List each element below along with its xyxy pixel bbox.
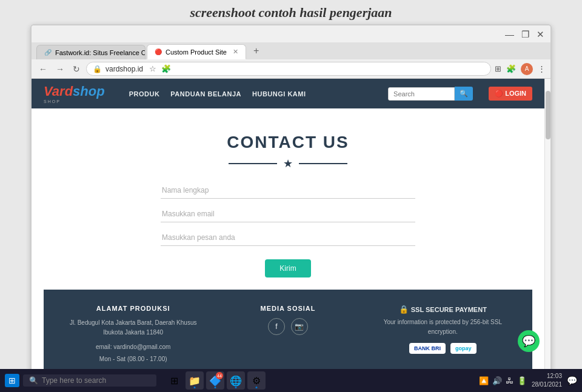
network-icon[interactable]: 🖧 [506,376,513,385]
taskbar-apps: ⊞ 📁 🔷 44 🌐 ⚙ [165,371,266,390]
email-input[interactable] [161,206,415,222]
chrome-icon: 🌐 [230,375,242,387]
search-button[interactable]: 🔍 [455,87,473,101]
browser-menu-icons: ⊞ 🧩 A ⋮ [495,63,546,75]
contact-section: CONTACT US ★ Kirim [44,127,532,290]
taskbar-app-multidesktop[interactable]: ⊞ [165,371,183,390]
scrollbar[interactable] [544,79,550,388]
chevron-up-icon[interactable]: 🔼 [479,376,489,385]
footer-grid: ALAMAT PRODUKSI Jl. Bedugul Kota Jakarta… [62,305,514,364]
facebook-button[interactable]: f [268,318,285,335]
taskbar-time-text: 12:03 [532,372,562,380]
browser-titlebar: — ❐ ✕ [32,25,550,42]
extensions-icon[interactable]: 🧩 [506,64,516,73]
notification-badge: 44 [216,372,223,379]
bookmarks-icon[interactable]: ⊞ [495,64,501,73]
divider-star: ★ [283,157,293,170]
address-input[interactable]: 🔒 vardshop.id ☆ 🧩 [86,62,491,76]
bank-bri-logo: BANK BRI [409,343,446,354]
nav-produk[interactable]: PRODUK [129,90,160,98]
forward-button[interactable]: → [53,63,67,75]
nav-links: PRODUK PANDUAN BELANJA HUBUNGI KAMI [129,90,306,98]
screenshot-label: screenshoot contoh hasil pengerjaan [0,0,582,24]
volume-icon[interactable]: 🔊 [492,376,502,385]
tab-close-custom[interactable]: ✕ [233,48,238,56]
profile-avatar[interactable]: A [521,63,533,75]
divider-line-right [299,163,347,164]
nav-search: 🔍 [388,87,473,101]
name-input[interactable] [161,182,415,199]
extension-icon[interactable]: 🧩 [161,64,171,73]
tab-label-fastwork: Fastwork.id: Situs Freelance Onli... [55,49,146,56]
taskbar-date-text: 28/01/2021 [532,380,562,389]
close-button[interactable]: ✕ [537,29,544,40]
back-button[interactable]: ← [36,63,50,75]
ssl-secure-title: 🔒 SSL SECURE PAYMENT [372,305,514,314]
shield-icon: 🔒 [399,305,409,314]
taskbar-app-settings[interactable]: ⚙ [247,371,266,390]
browser-chrome: — ❐ ✕ 🔗 Fastwork.id: Situs Freelance Onl… [32,25,550,79]
taskbar-app-telegram[interactable]: 🔷 44 [206,371,224,390]
start-button[interactable]: ⊞ [5,374,19,387]
minimize-button[interactable]: — [505,29,514,40]
star-icon[interactable]: ☆ [149,64,156,73]
footer-hours-text: Mon - Sat (08.00 - 17.00) [62,354,204,364]
footer-alamat-title: ALAMAT PRODUKSI [62,305,204,312]
gopay-logo: gopay [450,343,477,354]
facebook-icon: f [275,322,277,331]
address-url: vardshop.id [105,65,143,73]
app-active-dot [194,387,196,388]
whatsapp-button[interactable]: 💬 [518,330,540,352]
app-active-dot-2 [215,387,216,388]
login-button[interactable]: 🔴 LOGIN [489,87,532,101]
message-input[interactable] [161,230,415,246]
browser-content: Vardshop SHOP PRODUK PANDUAN BELANJA HUB… [32,79,544,388]
nav-hubungi[interactable]: HUBUNGI KAMI [252,90,306,98]
site-navbar: Vardshop SHOP PRODUK PANDUAN BELANJA HUB… [32,79,544,108]
windows-taskbar: ⊞ 🔍 Type here to search ⊞ 📁 🔷 44 🌐 ⚙ 🔼 🔊 [0,369,582,392]
nav-panduan[interactable]: PANDUAN BELANJA [170,90,241,98]
taskbar-app-explorer[interactable]: 📁 [186,371,204,390]
footer-col-ssl: 🔒 SSL SECURE PAYMENT Your information is… [372,305,514,364]
taskbar-app-chrome[interactable]: 🌐 [227,371,245,390]
tab-fastwork[interactable]: 🔗 Fastwork.id: Situs Freelance Onli... ✕ [36,45,146,59]
divider-line-left [229,163,277,164]
lock-icon: 🔒 [93,65,102,73]
tab-favicon-custom: 🔴 [155,48,162,55]
payment-logos: BANK BRI gopay [372,343,514,354]
browser-content-wrapper: Vardshop SHOP PRODUK PANDUAN BELANJA HUB… [32,79,550,388]
tabs-bar: 🔗 Fastwork.id: Situs Freelance Onli... ✕… [32,42,550,59]
taskbar-search[interactable]: 🔍 Type here to search [23,374,156,387]
app-active-dot-4 [256,387,258,388]
footer-email-text: email: vardindo@gmail.com [62,342,204,352]
notification-button[interactable]: 💬 [567,376,577,385]
refresh-button[interactable]: ↻ [70,63,82,75]
restore-button[interactable]: ❐ [521,29,529,40]
instagram-button[interactable]: 📷 [291,318,308,335]
menu-icon[interactable]: ⋮ [538,64,546,73]
multidesktop-icon: ⊞ [170,375,178,387]
site-footer: ALAMAT PRODUKSI Jl. Bedugul Kota Jakarta… [44,290,532,376]
battery-icon[interactable]: 🔋 [517,376,527,385]
scrollbar-thumb[interactable] [546,91,550,139]
taskbar-search-icon: 🔍 [29,376,38,385]
tab-custom-product[interactable]: 🔴 Custom Product Site ✕ [147,44,246,59]
browser-controls: — ❐ ✕ [505,29,544,40]
contact-title: CONTACT US [44,133,532,152]
new-tab-button[interactable]: + [247,42,265,59]
taskbar-datetime: 12:03 28/01/2021 [532,372,562,389]
search-input[interactable] [388,87,455,101]
footer-col-address: ALAMAT PRODUKSI Jl. Bedugul Kota Jakarta… [62,305,204,364]
footer-social-title: MEDIA SOSIAL [216,305,359,312]
site-logo: Vardshop SHOP [44,84,105,104]
taskbar-right: 🔼 🔊 🖧 🔋 12:03 28/01/2021 💬 [479,372,577,389]
explorer-icon: 📁 [189,375,201,387]
footer-col-social: MEDIA SOSIAL f 📷 [216,305,359,364]
submit-button[interactable]: Kirim [265,259,310,277]
main-content: CONTACT US ★ Kirim [32,108,544,388]
instagram-icon: 📷 [295,322,304,331]
whatsapp-icon: 💬 [522,334,535,348]
ssl-description: Your information is protected by 256-bit… [372,317,514,337]
taskbar-system-icons: 🔼 🔊 🖧 🔋 [479,376,527,385]
social-icons: f 📷 [216,318,359,335]
